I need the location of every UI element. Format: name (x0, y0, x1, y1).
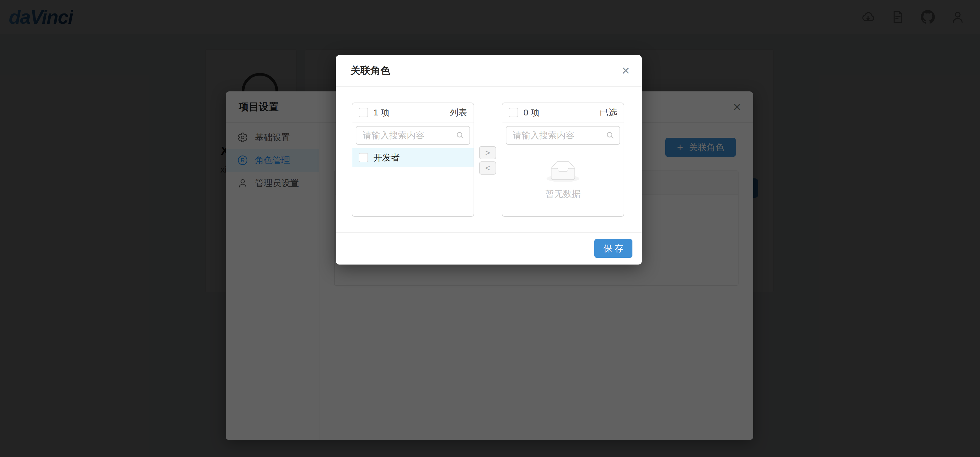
transfer-target-panel: 0 项 已选 (502, 103, 624, 217)
move-left-button[interactable]: < (479, 162, 496, 175)
empty-state: 暂无数据 (502, 161, 624, 200)
transfer-source-search (356, 126, 470, 145)
item-checkbox[interactable] (359, 153, 368, 162)
relate-role-modal: 关联角色 ✕ 1 项 列表 开发者 > < (336, 55, 642, 265)
transfer-source-head: 1 项 列表 (352, 103, 474, 122)
save-button[interactable]: 保 存 (594, 239, 632, 258)
transfer-item-developer[interactable]: 开发者 (352, 148, 474, 167)
relate-role-footer: 保 存 (336, 232, 642, 265)
search-icon (606, 131, 615, 140)
stage: daVinci (0, 0, 980, 457)
search-input[interactable] (506, 126, 620, 145)
search-input[interactable] (356, 126, 470, 145)
transfer-target-search (506, 126, 620, 145)
transfer-item-label: 开发者 (373, 152, 400, 164)
search-icon (455, 131, 465, 140)
select-all-checkbox[interactable] (359, 108, 368, 117)
transfer-source-title: 列表 (450, 106, 467, 119)
relate-role-header: 关联角色 (336, 55, 642, 87)
relate-role-title: 关联角色 (350, 64, 390, 77)
transfer-target-title: 已选 (600, 106, 617, 119)
transfer-source-panel: 1 项 列表 开发者 (352, 103, 474, 217)
empty-box-icon (547, 161, 579, 182)
empty-state-text: 暂无数据 (546, 188, 581, 200)
transfer-source-count: 1 项 (373, 106, 390, 119)
close-icon[interactable]: ✕ (609, 55, 642, 87)
transfer-target-head: 0 项 已选 (502, 103, 624, 122)
select-all-checkbox[interactable] (509, 108, 518, 117)
transfer-target-count: 0 项 (523, 106, 539, 119)
move-right-button[interactable]: > (479, 146, 496, 159)
